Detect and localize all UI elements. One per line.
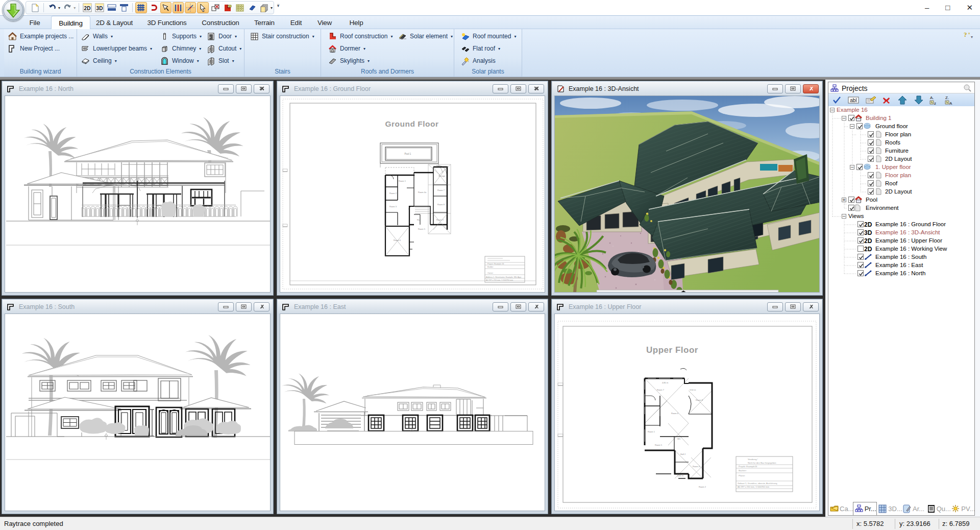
svg-text:Room 9: Room 9 <box>436 219 444 221</box>
svg-text:Vorabzug !: Vorabzug ! <box>748 458 758 461</box>
svg-text:Room 1: Room 1 <box>648 430 655 433</box>
svg-text:2D: 2D <box>84 6 91 11</box>
svg-text:Nicht fur den Bau freigegeben: Nicht fur den Bau freigegeben <box>748 462 776 464</box>
svg-text:Ground Floor: Ground Floor <box>385 119 438 128</box>
svg-text:Room 8: Room 8 <box>437 203 445 206</box>
svg-text:Room 2: Room 2 <box>699 486 706 488</box>
svg-text:Projekt: Example16: Projekt: Example16 <box>739 465 757 468</box>
svg-text:Room 6: Room 6 <box>671 412 679 415</box>
svg-text:Owner:: Owner: <box>487 272 494 274</box>
svg-text:4,80 m: 4,80 m <box>662 381 669 384</box>
svg-text:A.: A. <box>930 95 934 100</box>
svg-text:A4 297 x 210 mm, 1:100/250 mm: A4 297 x 210 mm, 1:100/250 mm <box>486 279 513 281</box>
svg-text:Z.: Z. <box>945 95 949 100</box>
svg-text:Garage: Garage <box>438 175 446 177</box>
svg-text:WC: WC <box>677 438 681 440</box>
svg-text:?: ? <box>964 31 967 38</box>
svg-text:Hall 2: Hall 2 <box>680 453 686 455</box>
svg-text:Room 7: Room 7 <box>657 389 665 391</box>
svg-text:Address 1, Streetname, Example: Address 1, Streetname, Example, Wht Appr <box>486 276 522 278</box>
svg-text:Project: Example 16: Project: Example 16 <box>487 263 504 265</box>
svg-text:Room 6: Room 6 <box>394 239 401 242</box>
svg-text:4,60 m: 4,60 m <box>677 474 684 477</box>
svg-text:Room 8: Room 8 <box>696 399 703 401</box>
svg-text:Room 4a: Room 4a <box>418 191 427 194</box>
svg-text:abl: abl <box>850 98 856 103</box>
svg-text:Gebaut 1, Grundriss, oberste,: Gebaut 1, Grundriss, oberste, Ausfuhrung <box>738 482 777 485</box>
svg-text:Room 5: Room 5 <box>418 228 426 230</box>
svg-text:A4 297 x 210 mm, 1:100/250 mm: A4 297 x 210 mm, 1:100/250 mm <box>738 486 769 488</box>
svg-text:Pool 1: Pool 1 <box>405 153 411 155</box>
svg-text:z: z <box>934 101 936 105</box>
svg-text:Room 2: Room 2 <box>389 192 397 195</box>
svg-text:Planer:: Planer: <box>739 474 745 477</box>
svg-text:Hall: Hall <box>417 219 421 221</box>
svg-text:Room 5: Room 5 <box>655 444 663 446</box>
svg-text:Room 4: Room 4 <box>693 465 700 468</box>
svg-text:Room 7: Room 7 <box>437 189 445 191</box>
svg-text:Room 1: Room 1 <box>399 180 406 182</box>
svg-text:3D: 3D <box>96 6 103 11</box>
svg-text:3,50 m: 3,50 m <box>690 389 696 391</box>
svg-text:Builder:: Builder: <box>487 266 494 268</box>
svg-text:Upper Floor: Upper Floor <box>646 345 698 355</box>
svg-text:A: A <box>949 101 952 105</box>
svg-text:Room 3: Room 3 <box>389 205 397 208</box>
svg-text:Bauherr:: Bauherr: <box>739 469 747 472</box>
